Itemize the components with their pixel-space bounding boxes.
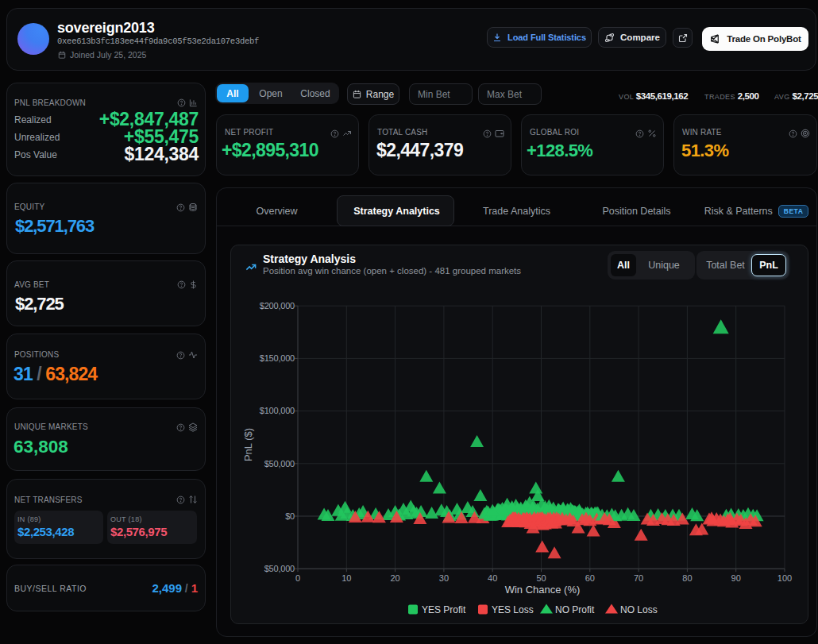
svg-text:70: 70 [634,573,643,583]
svg-text:60: 60 [585,573,595,583]
svg-text:20: 20 [390,573,399,583]
svg-text:40: 40 [488,573,497,583]
svg-text:0: 0 [295,573,300,583]
svg-text:80: 80 [682,573,692,583]
svg-text:$150,000: $150,000 [260,353,295,363]
svg-text:NO Loss: NO Loss [620,604,658,615]
svg-text:NO Profit: NO Profit [555,604,595,615]
svg-text:30: 30 [439,573,449,583]
svg-text:YES Loss: YES Loss [492,604,534,615]
svg-text:$50,000: $50,000 [264,459,295,469]
svg-text:$100,000: $100,000 [260,406,295,415]
svg-text:$0: $0 [285,511,295,521]
svg-text:Win Chance (%): Win Chance (%) [505,584,581,596]
svg-text:50: 50 [536,573,546,583]
svg-text:10: 10 [341,573,351,583]
svg-text:$200,000: $200,000 [260,301,295,310]
svg-text:YES Profit: YES Profit [422,604,466,615]
svg-text:90: 90 [731,573,741,583]
svg-text:$50,000: $50,000 [264,564,295,573]
svg-text:PnL ($): PnL ($) [242,428,254,461]
svg-text:100: 100 [777,573,792,583]
